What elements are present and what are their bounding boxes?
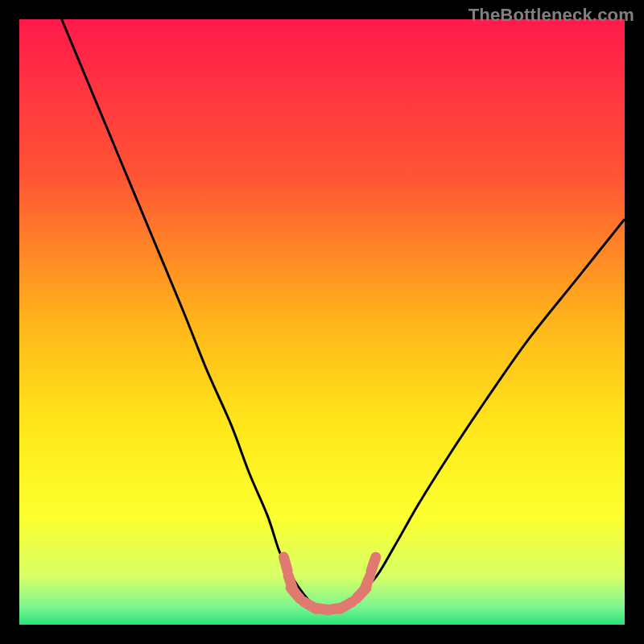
- watermark-text: TheBottleneck.com: [469, 5, 634, 26]
- safe-zone-marker: [371, 557, 376, 571]
- bottleneck-plot: [19, 19, 625, 625]
- safe-zone-marker: [284, 557, 288, 571]
- safe-zone-marker: [365, 576, 370, 589]
- chart-frame: [19, 19, 625, 625]
- safe-zone-marker: [340, 601, 353, 609]
- gradient-background: [19, 19, 625, 625]
- safe-zone-marker: [291, 588, 300, 599]
